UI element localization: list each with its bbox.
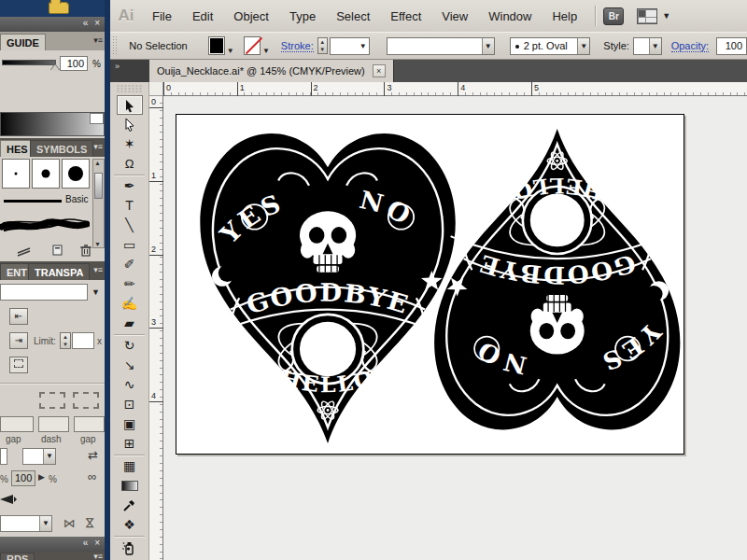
blend-tool-icon[interactable]: ❖ [117,515,143,535]
close-panel-icon[interactable]: × [94,538,102,548]
dashed-gap-icon[interactable] [73,392,99,409]
mesh-tool-icon[interactable]: ▦ [117,456,143,476]
gap-field-1[interactable] [38,416,69,432]
scroll-thumb[interactable] [94,173,103,199]
charcoal-brush-stroke[interactable] [0,213,90,241]
scale-tool-icon[interactable]: ↘ [117,356,143,375]
stroke-link-label[interactable]: Stroke: [281,40,314,52]
menu-object[interactable]: Object [223,6,279,27]
opacity-slider-thumb[interactable] [50,64,60,71]
paintbrush-tool-icon[interactable]: ✐ [117,255,143,274]
width-tool-icon[interactable]: ∿ [117,375,143,395]
flip-vertical-icon[interactable]: ⋈ [83,517,97,529]
limit-field[interactable] [72,332,94,349]
brushes-scrollbar[interactable]: ▲ ▼ [92,159,105,248]
brush-dot-small[interactable] [2,159,30,189]
dashed-line-icon[interactable] [39,392,65,409]
trash-icon[interactable] [80,245,92,257]
workspace-caret-icon[interactable]: ▼ [662,11,670,21]
fill-color-swatch[interactable] [208,36,225,55]
lasso-tool-icon[interactable]: Ω [117,154,143,174]
tab-guide[interactable]: GUIDE [0,34,46,50]
opacity-field[interactable]: 100 [716,37,747,55]
cap-button[interactable]: ⇤ [9,308,28,325]
direct-selection-tool-icon[interactable] [117,115,143,134]
line-segment-tool-icon[interactable]: ╲ [117,216,143,235]
opacity-slider-track[interactable] [2,60,56,65]
profile-preview-icon[interactable] [0,493,17,506]
panel-menu-icon[interactable]: ▾≡ [93,552,103,560]
planchette-left[interactable] [200,133,455,443]
brush-basic-row[interactable]: Basic [0,192,90,213]
tab-artboards-partial[interactable]: RDS [0,553,35,560]
dash-field-1[interactable] [0,416,34,432]
blob-brush-tool-icon[interactable]: ✍ [117,294,143,314]
eraser-tool-icon[interactable]: ▰ [117,314,143,333]
brush-definition-dropdown[interactable]: ▼ [387,37,494,55]
swap-arrows-icon[interactable]: ⇄ [88,448,98,462]
gradient-tool-icon[interactable] [117,476,143,496]
pencil-tool-icon[interactable]: ✏ [117,274,143,294]
planchette-right[interactable] [434,129,680,430]
tab-transparency-partial[interactable]: TRANSPA [28,263,90,280]
bridge-button[interactable]: Br [603,7,624,25]
eyedropper-tool-icon[interactable] [117,496,143,515]
flip-horizontal-icon[interactable]: ⋈ [63,516,76,530]
panel-menu-icon[interactable]: ▾≡ [93,35,103,45]
menu-view[interactable]: View [431,6,478,27]
shape-builder-tool-icon[interactable]: ▣ [117,414,143,434]
arrow-start-dropdown-partial[interactable] [0,448,7,465]
workspace-switcher-icon[interactable] [637,8,657,24]
ruler-origin-corner[interactable] [149,82,163,96]
type-tool-icon[interactable]: T [117,196,143,216]
menu-file[interactable]: File [142,6,182,27]
scale-value-field[interactable]: 100 [11,470,35,486]
pen-tool-icon[interactable]: ✒ [117,176,143,196]
collapse-panel-icon[interactable]: « [83,18,91,28]
controlbar-grip[interactable] [112,35,118,56]
close-panel-icon[interactable]: × [94,18,102,28]
limit-stepper[interactable]: ▲▼ [60,332,71,349]
tools-panel-grip[interactable] [116,84,143,93]
scroll-up-icon[interactable]: ▲ [94,160,101,166]
arrow-mid-dropdown[interactable]: ▼ [22,448,56,465]
horizontal-ruler[interactable]: 012345 [149,82,747,96]
menu-select[interactable]: Select [326,6,380,27]
rotate-tool-icon[interactable]: ↻ [117,336,143,356]
scale-caret-icon[interactable]: ▶ [38,472,45,482]
brush-stroke-options-icon[interactable] [17,245,32,257]
panel-menu-icon[interactable]: ▾≡ [93,142,103,151]
document-close-icon[interactable]: × [373,64,386,77]
perspective-grid-tool-icon[interactable]: ⊞ [117,434,143,454]
brush-dot-large[interactable] [62,159,90,189]
opacity-value-field[interactable]: 100 [60,56,88,71]
width-profile-dropdown[interactable]: ▼ [0,515,52,532]
tab-symbols[interactable]: SYMBOLS [30,140,93,157]
gradient-end-chip[interactable] [90,113,104,124]
join-button[interactable]: ⇥ [9,332,28,349]
stroke-weight-stepper[interactable]: ▲▼ [317,37,328,54]
variable-width-profile-dropdown[interactable]: 2 pt. Oval ▼ [510,37,591,55]
style-dropdown[interactable]: ▼ [633,37,662,55]
fill-caret-icon[interactable]: ▼ [227,47,234,55]
brush-dot-medium[interactable] [32,159,60,189]
gradient-preview-bar[interactable] [0,112,105,136]
artboard[interactable]: YES NO GOODBYE HELLO [176,114,684,455]
opacity-link-label[interactable]: Opacity: [671,40,709,52]
magic-wand-tool-icon[interactable]: ✶ [117,134,143,154]
collapse-panel-icon[interactable]: « [83,538,91,548]
link-icon[interactable]: ∞ [88,469,96,483]
new-brush-icon[interactable] [52,245,63,256]
rectangle-tool-icon[interactable]: ▭ [117,235,143,255]
document-tab[interactable]: Ouija_Necklace.ai* @ 145% (CMYK/Preview)… [149,60,394,82]
menu-edit[interactable]: Edit [182,6,223,27]
menu-window[interactable]: Window [478,6,542,27]
symbol-sprayer-tool-icon[interactable] [117,538,143,557]
stroke-weight-dropdown[interactable] [0,284,88,301]
stroke-weight-dropdown[interactable]: ▼ [330,37,370,55]
menu-type[interactable]: Type [279,6,326,27]
stroke-color-swatch-none[interactable] [244,36,261,55]
vertical-ruler[interactable]: 01234 [149,96,163,560]
selection-tool-icon[interactable] [117,95,143,115]
canvas-area[interactable]: 012345 01234 [149,82,747,560]
